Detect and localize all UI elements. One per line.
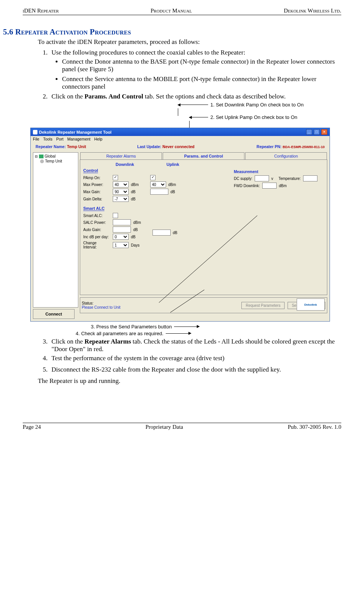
status-bar: Status: Please Connect to Unit Request P… bbox=[80, 297, 327, 313]
ul-max-gain-input[interactable] bbox=[150, 189, 168, 195]
header-center: Product Manual bbox=[151, 8, 192, 14]
logo: Dekolink bbox=[297, 298, 325, 311]
temperature-input bbox=[303, 175, 317, 181]
steps-list-cont: Click on the Repeater Alarms tab. Check … bbox=[49, 338, 341, 373]
screenshot-figure: 1. Set Downlink Pamp On check box to On … bbox=[30, 102, 341, 336]
page-header: iDEN Repeater Product Manual Dekolink Wi… bbox=[23, 8, 341, 15]
closing-text: The Repeater is up and running. bbox=[38, 377, 341, 385]
header-left: iDEN Repeater bbox=[23, 8, 59, 14]
menu-help[interactable]: Help bbox=[94, 137, 103, 141]
tree-root[interactable]: ⊟Global bbox=[35, 154, 76, 158]
steps-list: Use the following procedures to connect … bbox=[49, 49, 341, 100]
callout-3: 3. Press the Send Parameters button bbox=[91, 324, 341, 330]
section-heading: 5.6 Repeater Activation Procedures bbox=[3, 27, 341, 37]
titlebar: Dekolink Repeater Management Tool _ □ × bbox=[31, 128, 330, 136]
tab-configuration[interactable]: Configuration bbox=[245, 152, 327, 159]
ul-max-power-select[interactable]: 40 bbox=[150, 181, 166, 187]
footer-right: Pub. 307-2005 Rev. 1.0 bbox=[288, 424, 341, 430]
info-bar: Repeater Name: Temp Unit Last Update: Ne… bbox=[31, 142, 330, 152]
tree-child[interactable]: Temp Unit bbox=[40, 159, 76, 163]
intro-text: To activate the iDEN Repeater parameters… bbox=[38, 38, 341, 46]
step-5: Disconnect the RS-232 cable from the Rep… bbox=[49, 366, 341, 373]
menubar: File Tools Port Management Help bbox=[31, 136, 330, 142]
request-parameters-button[interactable]: Request Parameters bbox=[241, 302, 285, 309]
close-button[interactable]: × bbox=[321, 129, 327, 135]
callout-2: 2. Set Uplink Pamp On check box to On bbox=[189, 114, 341, 120]
tab-repeater-alarms[interactable]: Repeater Alarms bbox=[80, 152, 162, 159]
step-2: Click on the Params. And Control tab. Se… bbox=[49, 93, 341, 100]
fwd-downlink-input bbox=[262, 183, 277, 189]
change-interval-select[interactable]: 1 bbox=[113, 242, 129, 248]
step-4: Test the performance of the system in th… bbox=[49, 355, 341, 362]
dl-pamp-checkbox[interactable] bbox=[113, 175, 118, 180]
connect-button[interactable]: Connect bbox=[33, 309, 75, 319]
dl-max-gain-select[interactable]: 90 bbox=[113, 189, 129, 195]
step-1: Use the following procedures to connect … bbox=[49, 49, 341, 91]
dl-max-power-select[interactable]: 40 bbox=[113, 181, 129, 187]
callout-4: 4. Check all parameters are as required. bbox=[76, 331, 341, 336]
smart-alc-checkbox[interactable] bbox=[113, 213, 118, 218]
auto-gain-input[interactable] bbox=[113, 227, 131, 233]
ul-pamp-checkbox[interactable] bbox=[150, 175, 156, 180]
window-buttons: _ □ × bbox=[306, 129, 327, 135]
tree-panel: ⊟Global Temp Unit bbox=[33, 152, 78, 308]
smart-alc-group-label: Smart ALC bbox=[83, 206, 104, 211]
menu-file[interactable]: File bbox=[33, 137, 39, 141]
tab-params-control[interactable]: Params. and Control bbox=[163, 152, 244, 159]
step-1a: Connect the Donor antenna to the BASE po… bbox=[62, 58, 341, 73]
app-window: Dekolink Repeater Management Tool _ □ × … bbox=[30, 128, 330, 322]
dc-supply-input bbox=[255, 175, 269, 181]
page-footer: Page 24 Proprietary Data Pub. 307-2005 R… bbox=[23, 423, 341, 430]
salc-power-input[interactable] bbox=[113, 219, 131, 225]
menu-management[interactable]: Management bbox=[67, 137, 90, 141]
minimize-button[interactable]: _ bbox=[306, 129, 312, 135]
inc-db-select[interactable]: 0 bbox=[113, 234, 129, 240]
step-1b: Connect the Service antenna to the MOBIL… bbox=[62, 75, 341, 91]
maximize-button[interactable]: □ bbox=[314, 129, 320, 135]
downlink-header: Downlink bbox=[116, 162, 134, 167]
step-3: Click on the Repeater Alarms tab. Check … bbox=[49, 338, 341, 353]
menu-port[interactable]: Port bbox=[56, 137, 63, 141]
header-right: Dekolink Wireless Ltd. bbox=[284, 8, 341, 14]
ul-auto-gain-input[interactable] bbox=[152, 230, 171, 236]
params-panel: Downlink Uplink Control PAmp On: Max Pow… bbox=[80, 159, 327, 295]
app-icon bbox=[33, 130, 37, 134]
dl-gain-delta-select[interactable]: -7 bbox=[113, 196, 129, 202]
callout-1: 1. Set Downlink Pamp On check box to On bbox=[178, 102, 341, 108]
footer-center: Proprietary Data bbox=[145, 424, 183, 430]
tabs-row: Repeater Alarms Params. and Control Conf… bbox=[80, 152, 327, 159]
footer-left: Page 24 bbox=[23, 424, 41, 430]
control-group-label: Control bbox=[83, 168, 98, 173]
uplink-header: Uplink bbox=[166, 162, 179, 167]
menu-tools[interactable]: Tools bbox=[43, 137, 53, 141]
measurement-group: Measurement DC supply:v Temperature: FWD… bbox=[234, 170, 325, 190]
